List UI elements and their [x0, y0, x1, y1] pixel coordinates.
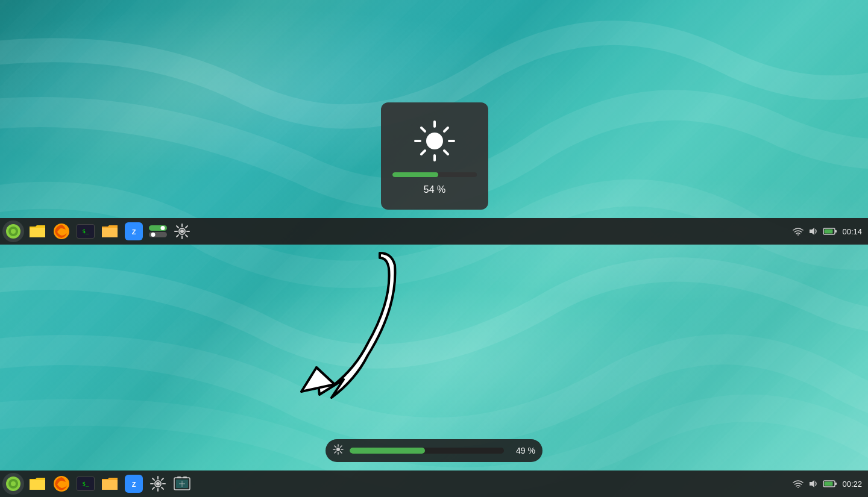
brightness-slider-sun-icon [333, 444, 344, 457]
taskbar-top-left: $_ Z [0, 220, 193, 242]
svg-line-57 [153, 478, 154, 480]
svg-point-9 [426, 133, 443, 149]
taskbar-top-tray: 00:14 [793, 227, 868, 236]
brightness-slider-widget[interactable]: 49 % [326, 439, 542, 462]
svg-line-15 [335, 446, 336, 448]
svg-point-40 [180, 230, 184, 233]
wifi-icon-top[interactable] [793, 227, 804, 236]
firefox-icon-bottom[interactable] [51, 473, 72, 495]
svg-line-17 [341, 446, 342, 448]
svg-point-30 [151, 233, 156, 237]
time-display-bottom[interactable]: 00:22 [842, 480, 862, 489]
svg-marker-42 [810, 228, 814, 235]
svg-line-18 [335, 452, 336, 454]
arrow-indicator [283, 235, 416, 410]
volume-icon-top[interactable] [808, 227, 818, 236]
svg-point-41 [797, 234, 799, 236]
svg-point-62 [156, 482, 160, 486]
terminal-display-top: $_ [77, 224, 95, 239]
brightness-icon-bottom[interactable] [147, 473, 169, 495]
svg-point-24 [58, 228, 64, 234]
wifi-icon-bottom[interactable] [793, 480, 804, 488]
taskbar-bottom-left: $_ Z [0, 473, 193, 495]
svg-point-28 [161, 226, 165, 230]
osd-progress-fill [392, 172, 438, 177]
zoom-icon-bottom[interactable]: Z [123, 473, 145, 495]
folder-icon-bottom[interactable] [27, 473, 48, 495]
firefox-icon-top[interactable] [51, 220, 72, 242]
time-display-top[interactable]: 00:14 [842, 227, 862, 236]
svg-marker-70 [810, 480, 814, 487]
svg-line-5 [421, 128, 425, 131]
brightness-slider-percentage: 49 % [510, 446, 535, 455]
svg-line-6 [444, 151, 448, 154]
battery-icon-top[interactable] [823, 227, 837, 236]
switches-icon-top[interactable] [147, 220, 169, 242]
screenshot-icon-bottom[interactable] [171, 473, 193, 495]
volume-icon-bottom[interactable] [808, 479, 818, 489]
svg-line-8 [421, 151, 425, 154]
svg-point-19 [336, 448, 340, 451]
svg-point-50 [58, 481, 64, 487]
svg-line-16 [341, 452, 342, 454]
svg-rect-44 [835, 230, 837, 233]
brightness-slider-track[interactable] [350, 448, 504, 454]
svg-point-22 [11, 229, 16, 234]
osd-progress-bar [392, 172, 477, 177]
svg-line-7 [444, 128, 448, 131]
folder2-icon-bottom[interactable] [99, 473, 121, 495]
svg-rect-45 [825, 230, 833, 234]
folder2-icon-top[interactable] [99, 220, 121, 242]
svg-point-48 [11, 481, 16, 486]
terminal-icon-bottom[interactable]: $_ [75, 473, 96, 495]
svg-rect-73 [825, 482, 833, 486]
battery-icon-bottom[interactable] [823, 480, 837, 488]
svg-line-36 [186, 235, 187, 237]
brightness-slider-fill [350, 448, 425, 454]
svg-rect-72 [835, 483, 837, 485]
brightness-icon-top[interactable] [171, 220, 193, 242]
mint-menu-button-top[interactable] [2, 220, 24, 242]
brightness-osd: 54 % [381, 102, 488, 210]
svg-rect-66 [183, 477, 187, 478]
svg-text:Z: Z [132, 481, 136, 488]
svg-text:Z: Z [132, 228, 136, 236]
zoom-icon-top[interactable]: Z [123, 220, 145, 242]
svg-line-58 [162, 487, 163, 489]
svg-line-35 [177, 226, 178, 228]
brightness-sun-icon [410, 117, 459, 165]
svg-line-38 [177, 235, 178, 237]
svg-line-59 [162, 478, 163, 480]
svg-point-69 [797, 487, 799, 488]
svg-rect-65 [177, 477, 181, 478]
folder-icon-top[interactable] [27, 220, 48, 242]
svg-line-60 [153, 487, 154, 489]
taskbar-bottom-tray: 00:22 [793, 479, 868, 489]
desktop: 54 % 49 % [0, 0, 868, 497]
svg-rect-0 [0, 0, 868, 497]
terminal-icon-top[interactable]: $_ [75, 220, 96, 242]
osd-percentage: 54 % [424, 184, 445, 195]
mint-menu-button-bottom[interactable] [2, 473, 24, 495]
taskbar-bottom: $_ Z [0, 470, 868, 497]
terminal-display-bottom: $_ [77, 477, 95, 491]
taskbar-top: $_ Z [0, 218, 868, 245]
svg-line-37 [186, 226, 187, 228]
